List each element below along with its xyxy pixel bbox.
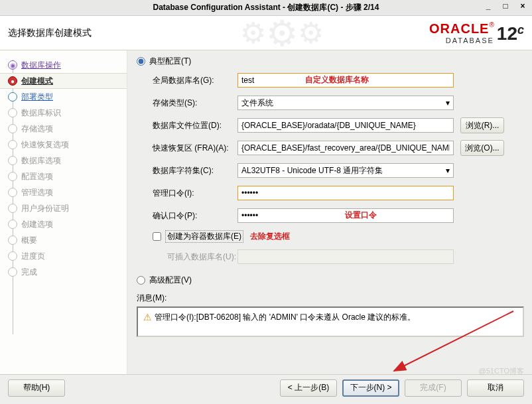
- brand-version-c: c: [517, 23, 524, 36]
- close-icon[interactable]: ×: [517, 1, 528, 11]
- content-pane: 典型配置(T) 全局数据库名(G): 自定义数据库名称 存储类型(S): 文件系…: [127, 50, 532, 374]
- step-progress: 进度页: [0, 248, 127, 264]
- brand-version-12: 12: [497, 23, 517, 44]
- step-config-options: 配置选项: [0, 168, 127, 184]
- warning-icon: ⚠: [143, 312, 152, 322]
- chevron-down-icon: ▾: [446, 166, 450, 175]
- step-create-options: 创建选项: [0, 216, 127, 232]
- gears-decoration: ⚙⚙⚙: [202, 16, 362, 50]
- footer: 帮助(H) < 上一步(B) 下一步(N) > 完成(F) 取消: [0, 374, 532, 401]
- fra-input[interactable]: [237, 141, 454, 155]
- help-button[interactable]: 帮助(H): [8, 379, 65, 397]
- finish-button: 完成(F): [405, 379, 462, 397]
- radio-typical[interactable]: [137, 57, 145, 66]
- step-sidebar: ◉数据库操作 ●创建模式 部署类型 数据库标识 存储选项 快速恢复选项 数据库选…: [0, 50, 127, 374]
- watermark: @51CTO博客: [479, 366, 524, 376]
- step-storage: 存储选项: [0, 121, 127, 137]
- step-finish: 完成: [0, 264, 127, 280]
- fra-label: 快速恢复区 (FRA)(A):: [153, 143, 237, 154]
- step-db-options: 数据库选项: [0, 153, 127, 168]
- banner: 选择数据库创建模式 ⚙⚙⚙ ORACLE® DATABASE 12c: [0, 16, 532, 50]
- page-title: 选择数据库创建模式: [8, 27, 92, 39]
- next-button[interactable]: 下一步(N) >: [342, 379, 399, 397]
- step-credentials: 用户身份证明: [0, 200, 127, 216]
- charset-select[interactable]: AL32UTF8 - Unicode UTF-8 通用字符集 ▾: [237, 163, 454, 178]
- confirm-pw-label: 确认口令(P):: [153, 210, 237, 222]
- browse-dbfiles-button[interactable]: 浏览(R)...: [460, 117, 504, 133]
- radio-advanced[interactable]: [137, 276, 145, 285]
- storage-type-label: 存储类型(S):: [153, 98, 237, 109]
- maximize-icon[interactable]: □: [500, 1, 511, 11]
- cdb-label: 创建为容器数据库(E): [165, 230, 243, 243]
- messages-label: 消息(M):: [137, 293, 524, 304]
- step-db-id: 数据库标识: [0, 105, 127, 121]
- db-files-input[interactable]: [237, 118, 454, 133]
- messages-box: ⚠ 管理口令(I):[DBT-06208] 输入的 'ADMIN' 口令未遵从 …: [137, 306, 524, 337]
- cancel-button[interactable]: 取消: [467, 379, 524, 397]
- browse-fra-button[interactable]: 浏览(O)...: [460, 140, 504, 156]
- radio-typical-label: 典型配置(T): [149, 56, 191, 67]
- db-files-label: 数据库文件位置(D):: [153, 120, 237, 131]
- brand-logo: ORACLE® DATABASE 12c: [429, 21, 524, 44]
- cdb-checkbox-row[interactable]: 创建为容器数据库(E) 去除复选框: [153, 230, 524, 243]
- cdb-checkbox[interactable]: [153, 232, 161, 241]
- radio-advanced-row[interactable]: 高级配置(V): [137, 275, 524, 286]
- brand-oracle-text: ORACLE: [429, 21, 489, 36]
- radio-typical-row[interactable]: 典型配置(T): [137, 56, 524, 67]
- warning-text: 管理口令(I):[DBT-06208] 输入的 'ADMIN' 口令未遵从 Or…: [155, 312, 415, 323]
- brand-database-text: DATABASE: [429, 36, 494, 44]
- admin-pw-label: 管理口令(I):: [153, 188, 237, 199]
- step-db-operation[interactable]: ◉数据库操作: [0, 57, 127, 73]
- back-button[interactable]: < 上一步(B): [280, 379, 337, 397]
- minimize-icon[interactable]: _: [483, 1, 494, 11]
- storage-type-select[interactable]: 文件系统 ▾: [237, 96, 454, 110]
- step-summary: 概要: [0, 232, 127, 248]
- step-creation-mode[interactable]: ●创建模式: [0, 73, 127, 89]
- annotation-password: 设置口令: [345, 210, 377, 221]
- window-title: Database Configuration Assistant - 创建数据库…: [153, 2, 379, 13]
- annotation-cdb: 去除复选框: [250, 231, 290, 242]
- admin-pw-input[interactable]: [237, 186, 454, 200]
- pdb-name-label: 可插入数据库名(U):: [167, 251, 237, 263]
- charset-label: 数据库字符集(C):: [153, 165, 237, 176]
- chevron-down-icon: ▾: [446, 98, 450, 107]
- annotation-dbname: 自定义数据库名称: [305, 74, 369, 86]
- global-db-label: 全局数据库名(G):: [153, 75, 237, 86]
- pdb-name-input: [237, 249, 454, 264]
- step-mgmt-options: 管理选项: [0, 184, 127, 200]
- step-deploy-type[interactable]: 部署类型: [0, 89, 127, 105]
- radio-advanced-label: 高级配置(V): [149, 275, 192, 286]
- step-fra: 快速恢复选项: [0, 137, 127, 153]
